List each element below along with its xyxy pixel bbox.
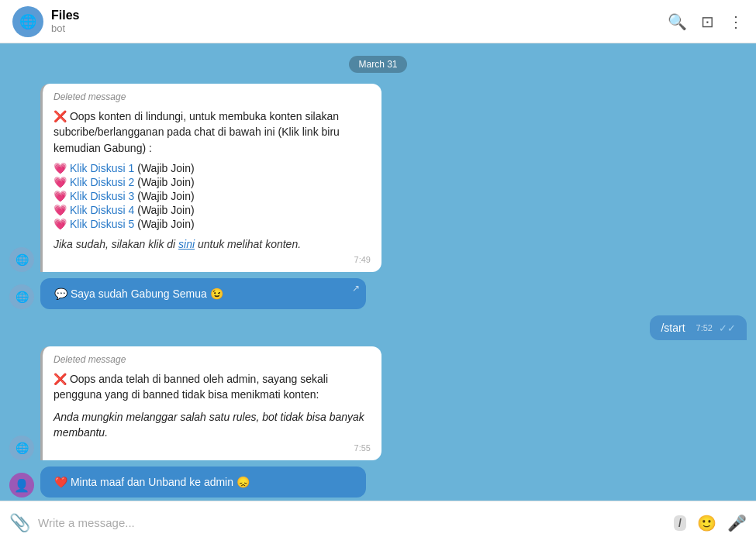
bubble-user-1: /start 7:52 ✓✓ [650,315,747,340]
bubble-bot-1: Deleted message ❌ Oops konten di lindung… [40,84,381,272]
header-info: Files bot [51,9,668,34]
link-suffix-3: (Wajib Join) [137,190,194,202]
chat-area: March 31 🌐 Deleted message ❌ Oops konten… [0,43,756,501]
link-diskusi-3[interactable]: Klik Diskusi 3 [70,190,134,202]
bot-avatar-3: 🌐 [9,436,34,460]
input-area: 📎 / 🙂 🎤 [0,501,756,544]
link-suffix-4: (Wajib Join) [137,204,194,216]
message-input[interactable] [38,516,666,529]
user-msg1-time: 7:52 [696,323,713,332]
bubble-bot-2: Deleted message ❌ Oops anda telah di ban… [40,346,381,460]
voice-icon[interactable]: 🎤 [727,514,747,532]
heart-4: 💗 [54,204,67,216]
link-suffix-2: (Wajib Join) [137,176,194,188]
search-icon[interactable]: 🔍 [668,12,687,31]
chat-subtitle: bot [51,22,668,34]
bot-message-2: 🌐 💬 Saya sudah Gabung Semua 😉 ↗ [9,278,366,309]
bot-avatar-1: 🌐 [9,247,34,272]
sini-link[interactable]: sini [178,238,195,250]
msg1-body: ❌ Oops konten di lindungi, untuk membuka… [54,108,371,156]
bot-message-1: 🌐 Deleted message ❌ Oops konten di lindu… [9,84,381,272]
link-suffix-1: (Wajib Join) [137,162,194,174]
bot-avatar-2: 🌐 [9,284,34,309]
link-line-2: 💗 Klik Diskusi 2 (Wajib Join) [54,176,371,188]
link-line-4: 💗 Klik Diskusi 4 (Wajib Join) [54,204,371,216]
heart-1: 💗 [54,162,67,174]
link-line-5: 💗 Klik Diskusi 5 (Wajib Join) [54,218,371,230]
bot-message-4: 👤 ❤️ Minta maaf dan Unband ke admin 😞 [9,467,366,498]
heart-2: 💗 [54,176,67,188]
link-line-3: 💗 Klik Diskusi 3 (Wajib Join) [54,190,371,202]
columns-icon[interactable]: ⊡ [701,12,714,31]
bubble-blue-btn-1[interactable]: 💬 Saya sudah Gabung Semua 😉 ↗ [40,278,366,309]
link-diskusi-2[interactable]: Klik Diskusi 2 [70,176,134,188]
commands-icon[interactable]: / [674,515,686,531]
chat-title: Files [51,9,668,22]
link-diskusi-4[interactable]: Klik Diskusi 4 [70,204,134,216]
expand-icon-1: ↗ [352,283,360,294]
msg4-timestamp: 7:55 [54,443,371,453]
header-avatar: 🌐 [12,6,43,37]
btn2-text: ❤️ Minta maaf dan Unband ke admin 😞 [54,476,250,488]
more-options-icon[interactable]: ⋮ [728,12,744,31]
links-section: 💗 Klik Diskusi 1 (Wajib Join) 💗 Klik Dis… [54,162,371,230]
chat-header: 🌐 Files bot 🔍 ⊡ ⋮ [0,0,756,43]
bot-avatar-4: 👤 [9,473,34,498]
bubble-blue-btn-2[interactable]: ❤️ Minta maaf dan Unband ke admin 😞 [40,467,366,498]
date-badge: March 31 [349,56,406,73]
link-diskusi-1[interactable]: Klik Diskusi 1 [70,162,134,174]
header-icons: 🔍 ⊡ ⋮ [668,12,744,31]
msg4-body2: Anda mungkin melanggar salah satu rules,… [54,409,371,441]
heart-3: 💗 [54,190,67,202]
deleted-label-1: Deleted message [54,91,371,102]
attach-icon[interactable]: 📎 [9,513,30,533]
msg4-body1: ❌ Oops anda telah di banned oleh admin, … [54,371,371,403]
bot-message-3: 🌐 Deleted message ❌ Oops anda telah di b… [9,346,381,460]
msg1-timestamp: 7:49 [54,255,371,264]
link-line-1: 💗 Klik Diskusi 1 (Wajib Join) [54,162,371,174]
link-suffix-5: (Wajib Join) [137,218,194,230]
user-msg1-text: /start [661,322,685,334]
heart-5: 💗 [54,218,67,230]
emoji-icon[interactable]: 🙂 [697,514,716,532]
user-message-1: /start 7:52 ✓✓ [650,315,747,340]
deleted-label-2: Deleted message [54,354,371,365]
double-check-icon: ✓✓ [719,322,736,334]
input-right-icons: / 🙂 🎤 [674,514,747,532]
msg1-footer: Jika sudah, silakan klik di sini untuk m… [54,236,371,252]
btn1-text: 💬 Saya sudah Gabung Semua 😉 [54,287,223,300]
link-diskusi-5[interactable]: Klik Diskusi 5 [70,218,134,230]
